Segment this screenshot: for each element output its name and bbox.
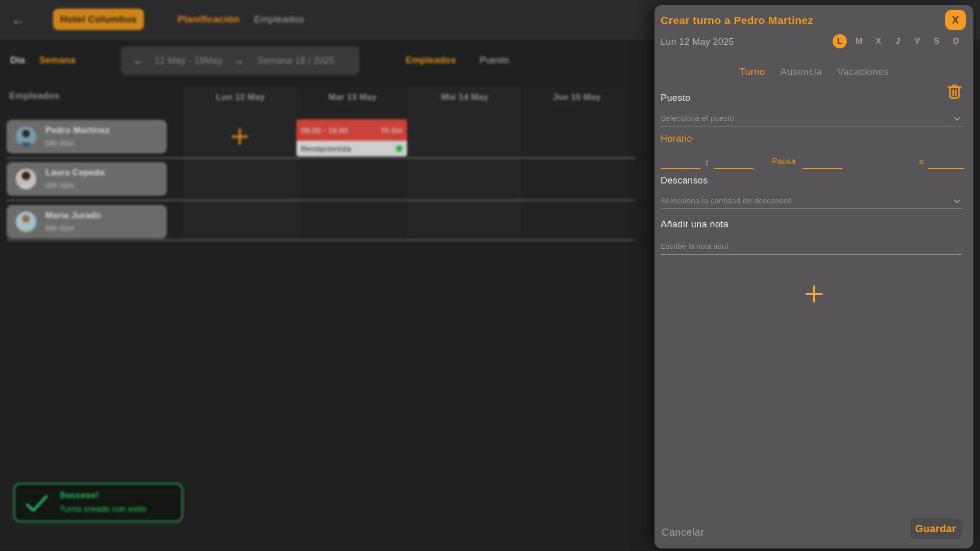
descansos-label: Descansos	[661, 175, 708, 186]
panel-date: Lun 12 May 2025	[661, 37, 734, 47]
horario-label: Horario	[661, 134, 692, 144]
add-segment-icon[interactable]	[805, 284, 824, 304]
total-hours-input[interactable]	[928, 156, 964, 169]
panel-title: Crear turno a Pedro Martinez	[661, 14, 813, 27]
puesto-select[interactable]: Selecciona el puesto	[661, 110, 962, 126]
panel-tabs: Turno Ausencia Vacaciones	[655, 66, 973, 77]
app: ← Hotel Columbus Planificación Empleados…	[0, 0, 980, 551]
nota-label: Añadir una nota	[661, 219, 728, 230]
horario-inputs: : Pausa =	[661, 153, 962, 170]
close-icon[interactable]: X	[945, 10, 966, 30]
puesto-placeholder: Selecciona el puesto	[661, 114, 734, 122]
save-button[interactable]: Guardar	[909, 518, 962, 539]
weekday-selector: L M X J V S D	[833, 34, 963, 48]
weekday-d[interactable]: D	[949, 34, 963, 48]
trash-icon[interactable]	[945, 83, 964, 102]
nota-input[interactable]	[661, 238, 962, 255]
tab-vacaciones[interactable]: Vacaciones	[837, 66, 889, 77]
weekday-j[interactable]: J	[891, 34, 905, 48]
weekday-v[interactable]: V	[910, 34, 924, 48]
start-time-input[interactable]	[661, 156, 700, 169]
weekday-m[interactable]: M	[852, 34, 866, 48]
chevron-down-icon	[953, 115, 961, 123]
time-colon: :	[706, 158, 709, 167]
puesto-label: Puesto	[661, 93, 690, 103]
chevron-down-icon	[953, 197, 961, 205]
create-shift-panel: Crear turno a Pedro Martinez X Lun 12 Ma…	[655, 5, 973, 548]
weekday-x[interactable]: X	[871, 34, 886, 48]
weekday-l[interactable]: L	[833, 34, 847, 48]
cancel-button[interactable]: Cancelar	[662, 527, 704, 538]
equals-sign: =	[919, 158, 924, 167]
descansos-placeholder: Selecciona la cantidad de descansos	[661, 196, 792, 205]
pausa-label: Pausa	[772, 157, 796, 166]
weekday-s[interactable]: S	[929, 34, 944, 48]
descansos-select[interactable]: Selecciona la cantidad de descansos	[661, 193, 962, 209]
end-time-input[interactable]	[714, 156, 753, 169]
tab-turno[interactable]: Turno	[739, 66, 765, 77]
tab-ausencia[interactable]: Ausencia	[781, 66, 822, 77]
pausa-input[interactable]	[802, 156, 842, 169]
